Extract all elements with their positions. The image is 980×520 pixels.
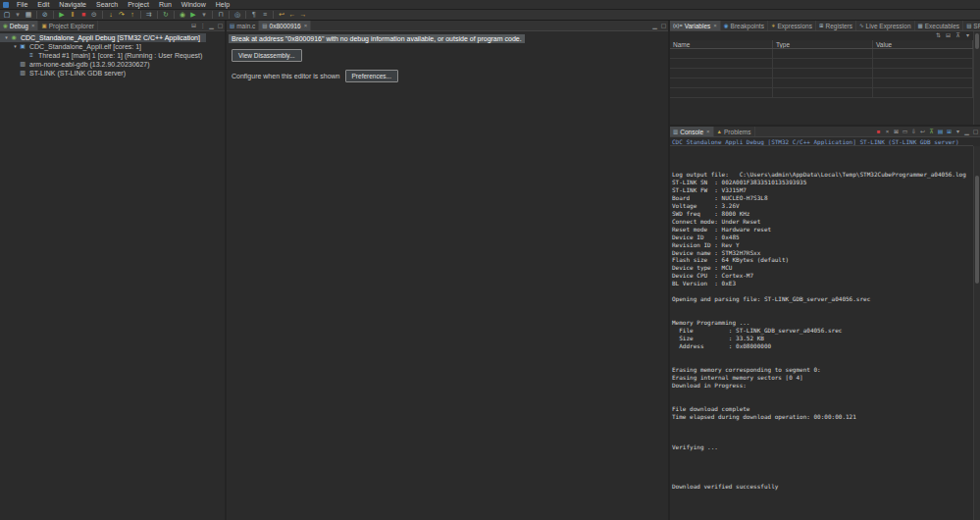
last-edit-location-icon[interactable]: ↩ xyxy=(277,10,286,20)
column-header-name[interactable]: Name xyxy=(670,40,773,48)
debug-view: ◉ Debug × ▣ Project Explorer ⊟⋮▁▢ ▾◉CDC_… xyxy=(0,21,225,520)
table-cell xyxy=(670,59,773,68)
table-cell xyxy=(873,69,973,78)
tab-executables[interactable]: ▦Executables xyxy=(915,21,964,30)
restart-icon[interactable]: ↻ xyxy=(161,10,171,20)
minimize-icon[interactable]: ▁ xyxy=(650,21,659,30)
tab-registers[interactable]: ⊞Registers xyxy=(816,21,856,30)
preferences-button[interactable]: Preferences... xyxy=(345,70,398,82)
menu-project[interactable]: Project xyxy=(123,0,154,10)
maximize-icon[interactable]: ▢ xyxy=(971,127,980,136)
pin-console-icon[interactable]: ⊼ xyxy=(927,127,936,136)
tab-label: Executables xyxy=(925,23,959,29)
tab-expressions[interactable]: ∗Expressions xyxy=(768,21,816,30)
dropdown-icon[interactable]: ▾ xyxy=(199,10,209,20)
collapse-all-icon[interactable]: ⊟ xyxy=(189,21,198,30)
menu-file[interactable]: File xyxy=(12,0,32,10)
view-menu-icon[interactable]: ⋮ xyxy=(198,21,207,30)
run-icon[interactable]: ▶ xyxy=(188,10,198,20)
column-header-value[interactable]: Value xyxy=(873,40,973,48)
remove-launch-icon[interactable]: × xyxy=(883,127,892,136)
scrollbar-thumb[interactable] xyxy=(975,33,979,49)
console-log[interactable]: Log output file: C:\Users\admin\AppData\… xyxy=(670,146,973,520)
tab-label: Project Explorer xyxy=(49,23,94,29)
menu-help[interactable]: Help xyxy=(211,0,234,10)
word-wrap-icon[interactable]: ↩ xyxy=(918,127,927,136)
resume-icon[interactable]: ▶ xyxy=(57,10,67,20)
debug-tree-item[interactable]: ▥ST-LINK (ST-LINK GDB server) xyxy=(0,69,131,78)
maximize-icon[interactable]: ▢ xyxy=(659,21,668,30)
tab-live-expression[interactable]: ∿Live Expression xyxy=(856,21,915,30)
debug-tree-item[interactable]: ≡Thread #1 [main] 1 [core: 1] (Running :… xyxy=(0,51,208,60)
dropdown-icon[interactable]: ▾ xyxy=(954,127,962,136)
debug-tree-item[interactable]: ▾◉CDC_Standalone_Appli Debug [STM32 C/C+… xyxy=(0,33,206,42)
table-row[interactable] xyxy=(670,69,973,78)
console-scrollbar[interactable] xyxy=(973,146,980,520)
debug-view-icon: ◉ xyxy=(3,21,8,30)
menu-search[interactable]: Search xyxy=(91,0,123,10)
menu-run[interactable]: Run xyxy=(154,0,177,10)
vars-rows xyxy=(670,49,980,98)
table-row[interactable] xyxy=(670,78,973,88)
table-cell xyxy=(873,78,973,87)
maximize-icon[interactable]: ▢ xyxy=(216,21,225,30)
table-row[interactable] xyxy=(670,88,973,98)
clear-console-icon[interactable]: ▭ xyxy=(901,127,909,136)
open-console-icon[interactable]: ⊞ xyxy=(945,127,954,136)
menu-window[interactable]: Window xyxy=(177,0,211,10)
new-wizard-icon[interactable]: ▢ xyxy=(2,10,12,20)
tab-main-c[interactable]: ▤ main.c xyxy=(227,21,259,30)
configure-editor-text: Configure when this editor is shown xyxy=(232,73,340,79)
save-icon[interactable]: ▦ xyxy=(24,10,33,20)
show-on-output-icon[interactable]: ▤ xyxy=(936,127,945,136)
tab-project-explorer[interactable]: ▣ Project Explorer xyxy=(38,21,97,30)
view-disassembly-button[interactable]: View Disassembly... xyxy=(232,49,302,62)
disconnect-icon[interactable]: ⊝ xyxy=(89,10,99,20)
step-into-icon[interactable]: ↓ xyxy=(106,10,116,20)
terminate-icon[interactable]: ■ xyxy=(78,10,88,20)
debug-tree-item[interactable]: ▾▣CDC_Standalone_Appli.elf [cores: 1] xyxy=(0,42,147,51)
tab-sfrs[interactable]: ▤SFRs xyxy=(963,21,980,30)
step-over-icon[interactable]: ↷ xyxy=(117,10,127,20)
close-icon[interactable]: × xyxy=(31,23,35,28)
debug-icon[interactable]: ◉ xyxy=(178,10,187,20)
scroll-lock-icon[interactable]: ⇩ xyxy=(909,127,918,136)
thread-icon: ≡ xyxy=(27,51,35,60)
tab-debug[interactable]: ◉ Debug × xyxy=(0,21,38,30)
tabbar-spacer xyxy=(98,21,189,30)
expander-icon[interactable]: ▾ xyxy=(12,42,19,51)
table-row[interactable] xyxy=(670,59,973,69)
column-header-type[interactable]: Type xyxy=(773,40,873,48)
build-icon[interactable]: ⊓ xyxy=(216,10,226,20)
minimize-icon[interactable]: ▁ xyxy=(962,127,971,136)
skip-all-breakpoints-icon[interactable]: ⊘ xyxy=(40,10,50,20)
expander-icon[interactable]: ▾ xyxy=(3,33,10,42)
tab-0x8000916[interactable]: ▤ 0x8000916 × xyxy=(259,21,311,30)
mark-occurrences-icon[interactable]: ≡ xyxy=(260,10,270,20)
annotation-icon[interactable]: ¶ xyxy=(249,10,259,20)
dropdown-icon[interactable]: ▾ xyxy=(13,10,23,20)
close-icon[interactable]: × xyxy=(706,129,710,134)
variables-scrollbar[interactable] xyxy=(973,31,980,125)
debug-tree-item[interactable]: ▥arm-none-eabi-gdb (13.2.90.20230627) xyxy=(0,60,156,69)
back-icon[interactable]: ← xyxy=(287,10,297,20)
minimize-icon[interactable]: ▁ xyxy=(207,21,216,30)
terminate-icon[interactable]: ■ xyxy=(874,127,883,136)
close-icon[interactable]: × xyxy=(304,23,308,28)
tab-problems[interactable]: ▲ Problems xyxy=(714,127,755,136)
table-row[interactable] xyxy=(670,49,973,59)
forward-icon[interactable]: → xyxy=(298,10,308,20)
step-return-icon[interactable]: ↑ xyxy=(128,10,137,20)
tab-variables[interactable]: (x)=Variables× xyxy=(670,21,721,30)
tab-console[interactable]: ▥ Console × xyxy=(670,127,714,136)
suspend-icon[interactable]: ‖ xyxy=(68,10,77,20)
menu-navigate[interactable]: Navigate xyxy=(54,0,91,10)
search-icon[interactable]: ◎ xyxy=(232,10,242,20)
close-icon[interactable]: × xyxy=(713,23,717,28)
instruction-stepping-icon[interactable]: ⇉ xyxy=(144,10,154,20)
scrollbar-thumb[interactable] xyxy=(975,176,979,284)
tab-breakpoints[interactable]: ◉Breakpoints xyxy=(721,21,768,30)
menu-edit[interactable]: Edit xyxy=(32,0,54,10)
breakpoints-icon: ◉ xyxy=(724,21,729,30)
remove-all-terminated-icon[interactable]: ⊠ xyxy=(892,127,901,136)
